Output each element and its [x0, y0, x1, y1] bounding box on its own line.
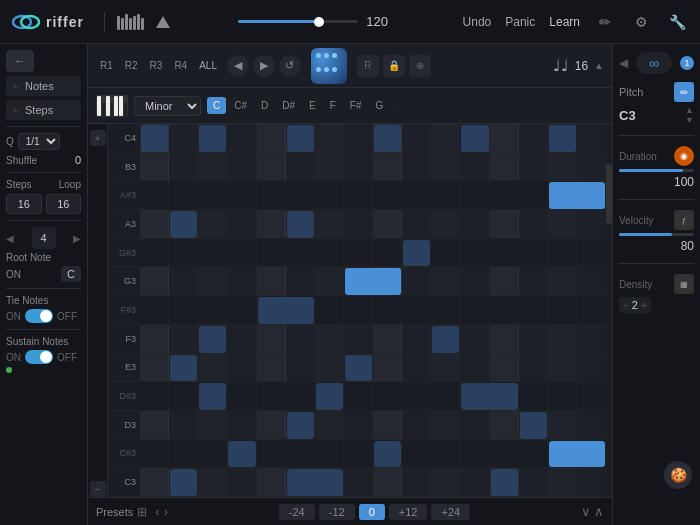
grid-cell[interactable]: [315, 468, 344, 496]
grid-cell[interactable]: [519, 239, 548, 267]
grid-cell[interactable]: [402, 267, 431, 295]
chevron-down-icon[interactable]: ∨: [581, 504, 591, 519]
loop-infinity-btn[interactable]: ∞: [636, 52, 672, 74]
grid-cell[interactable]: [257, 325, 286, 353]
grid-cell[interactable]: [227, 153, 256, 181]
grid-cell[interactable]: [490, 296, 519, 324]
grid-cell[interactable]: [198, 153, 227, 181]
offset-btn-0[interactable]: 0: [359, 504, 385, 520]
reel-r1[interactable]: R1: [96, 58, 117, 73]
grid-cell[interactable]: [344, 440, 373, 468]
grid-cell[interactable]: [519, 296, 548, 324]
grid-cell[interactable]: [373, 124, 402, 152]
grid-cell[interactable]: [315, 382, 344, 410]
grid-cell[interactable]: [577, 440, 606, 468]
grid-cell[interactable]: [460, 325, 489, 353]
grid-cell[interactable]: [257, 382, 286, 410]
grid-cell[interactable]: [548, 411, 577, 439]
grid-cell[interactable]: [373, 267, 402, 295]
grid-cell[interactable]: [344, 153, 373, 181]
grid-cell[interactable]: [257, 411, 286, 439]
grid-cell[interactable]: [460, 354, 489, 382]
grid-cell[interactable]: [286, 124, 315, 152]
density-icon[interactable]: ▦: [674, 274, 694, 294]
wrench-icon[interactable]: 🔧: [666, 11, 688, 33]
lock-btn-2[interactable]: 🔒: [383, 55, 405, 77]
grid-cell[interactable]: [548, 124, 577, 152]
grid-cell[interactable]: [373, 239, 402, 267]
grid-cell[interactable]: [227, 468, 256, 496]
grid-cell[interactable]: [402, 153, 431, 181]
grid-cell[interactable]: [577, 124, 606, 152]
chevron-up-icon[interactable]: ∧: [594, 504, 604, 519]
grid-cell[interactable]: [577, 468, 606, 496]
grid-cell[interactable]: [315, 296, 344, 324]
prev-preset-arrow[interactable]: ‹: [155, 504, 159, 519]
loop-button[interactable]: ↺: [279, 55, 301, 77]
grid-cell[interactable]: [431, 325, 460, 353]
grid-cell[interactable]: [490, 468, 519, 496]
notes-tab[interactable]: ← Notes: [6, 76, 81, 96]
grid-cell[interactable]: [373, 296, 402, 324]
grid-cell[interactable]: [519, 325, 548, 353]
piano-mini[interactable]: [96, 95, 128, 117]
grid-cell[interactable]: [227, 267, 256, 295]
grid-cell[interactable]: [198, 325, 227, 353]
grid-cell[interactable]: [373, 325, 402, 353]
grid-cell[interactable]: [548, 382, 577, 410]
grid-cell[interactable]: [315, 440, 344, 468]
velocity-icon[interactable]: ƒ: [674, 210, 694, 230]
grid-cell[interactable]: [460, 468, 489, 496]
grid-cell[interactable]: [140, 124, 169, 152]
grid-cell[interactable]: [140, 354, 169, 382]
grid-cell[interactable]: [402, 181, 431, 209]
grid-cell[interactable]: [286, 440, 315, 468]
grid-cell[interactable]: [257, 153, 286, 181]
grid-cell[interactable]: [227, 210, 256, 238]
reel-r3[interactable]: R3: [146, 58, 167, 73]
grid-cell[interactable]: [402, 411, 431, 439]
grid-cell[interactable]: [460, 382, 489, 410]
grid-cell[interactable]: [431, 210, 460, 238]
grid-cell[interactable]: [402, 210, 431, 238]
grid-cell[interactable]: [286, 153, 315, 181]
grid-cell[interactable]: [140, 267, 169, 295]
grid-cell[interactable]: [431, 411, 460, 439]
grid-cell[interactable]: [257, 354, 286, 382]
grid-cell[interactable]: [431, 153, 460, 181]
root-note-left-arrow[interactable]: ◀: [6, 233, 14, 244]
grid-cell[interactable]: [169, 382, 198, 410]
grid-cell[interactable]: [286, 325, 315, 353]
grid-cell[interactable]: [548, 468, 577, 496]
grid-cell[interactable]: [431, 239, 460, 267]
grid-cell[interactable]: [519, 124, 548, 152]
grid-cell[interactable]: [286, 296, 315, 324]
steps-tab[interactable]: ← Steps: [6, 100, 81, 120]
offset-btn-plus12[interactable]: +12: [389, 504, 428, 520]
next-preset-arrow[interactable]: ›: [164, 504, 168, 519]
grid-cell[interactable]: [169, 124, 198, 152]
grid-cell[interactable]: [519, 181, 548, 209]
key-btn-d[interactable]: D: [255, 97, 274, 114]
grid-cell[interactable]: [344, 296, 373, 324]
grid-cell[interactable]: [286, 411, 315, 439]
panic-button[interactable]: Panic: [505, 15, 535, 29]
grid-cell[interactable]: [257, 124, 286, 152]
grid-cell[interactable]: [490, 411, 519, 439]
grid-cell[interactable]: [169, 411, 198, 439]
grid-cell[interactable]: [169, 210, 198, 238]
reel-all[interactable]: ALL: [195, 58, 221, 73]
grid-cell[interactable]: [140, 468, 169, 496]
grid-cell[interactable]: [315, 411, 344, 439]
grid-cell[interactable]: [460, 153, 489, 181]
grid-cell[interactable]: [577, 411, 606, 439]
pitch-down-btn[interactable]: ▼: [685, 116, 694, 125]
grid-cell[interactable]: [286, 267, 315, 295]
grid-cell[interactable]: [198, 267, 227, 295]
grid-cell[interactable]: [315, 181, 344, 209]
grid-cell[interactable]: [548, 153, 577, 181]
grid-cell[interactable]: [227, 296, 256, 324]
grid-cell[interactable]: [373, 181, 402, 209]
quantize-select[interactable]: 1/16 1/8 1/4: [18, 133, 60, 150]
offset-btn-plus24[interactable]: +24: [431, 504, 470, 520]
